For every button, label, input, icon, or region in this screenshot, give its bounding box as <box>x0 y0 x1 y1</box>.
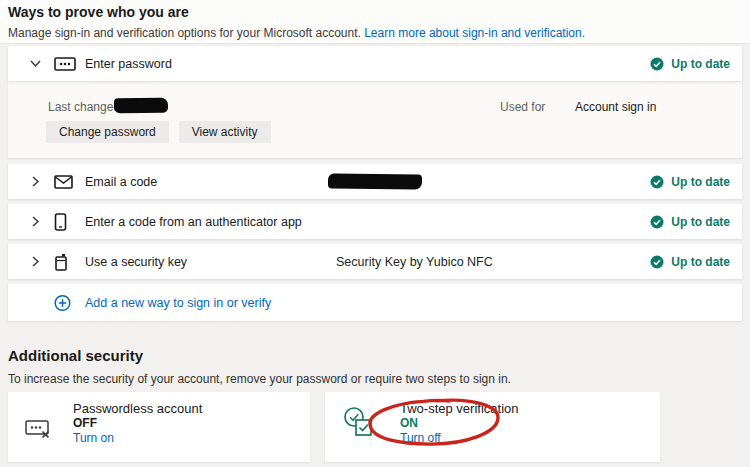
turn-on-link[interactable]: Turn on <box>73 431 114 445</box>
used-for-value: Account sign in <box>575 100 656 114</box>
redacted-last-changed-value <box>114 98 168 114</box>
card-two-step-verification: Two-step verification ON Turn off <box>325 392 660 462</box>
row-security-key[interactable]: Use a security key Security Key by Yubic… <box>8 244 742 279</box>
row-label-authenticator: Enter a code from an authenticator app <box>85 215 302 229</box>
redacted-email-value <box>328 174 422 190</box>
row-label-security-key: Use a security key <box>85 255 187 269</box>
change-password-button[interactable]: Change password <box>46 121 169 143</box>
plus-circle-icon <box>54 294 71 311</box>
password-actions: Change password View activity <box>46 121 271 143</box>
additional-security-title: Additional security <box>8 347 143 364</box>
status-text: Up to date <box>671 255 730 269</box>
status-text: Up to date <box>671 57 730 71</box>
page-header: Ways to prove who you are Manage sign-in… <box>0 0 750 44</box>
card-state: ON <box>400 416 418 430</box>
subtitle-text: Manage sign-in and verification options … <box>8 26 364 40</box>
status-badge: Up to date <box>650 215 730 229</box>
security-key-detail: Security Key by Yubico NFC <box>336 255 493 269</box>
page-title: Ways to prove who you are <box>8 4 189 20</box>
row-enter-password[interactable]: Enter password Up to date <box>8 46 742 81</box>
row-authenticator-app[interactable]: Enter a code from an authenticator app U… <box>8 204 742 239</box>
page-subtitle: Manage sign-in and verification options … <box>8 26 585 40</box>
security-settings-page: Ways to prove who you are Manage sign-in… <box>0 0 750 467</box>
security-key-icon <box>54 253 68 271</box>
password-icon <box>54 56 76 72</box>
used-for-label: Used for <box>500 100 545 114</box>
view-activity-button[interactable]: View activity <box>179 121 271 143</box>
card-title: Passwordless account <box>73 401 202 416</box>
row-add-new-way[interactable]: Add a new way to sign in or verify <box>8 284 742 321</box>
status-badge: Up to date <box>650 255 730 269</box>
turn-off-link[interactable]: Turn off <box>400 431 441 445</box>
password-expanded-panel: Last changed Used for Account sign in Ch… <box>8 81 742 158</box>
row-label-enter-password: Enter password <box>85 57 172 71</box>
row-email-a-code[interactable]: Email a code Up to date <box>8 164 742 199</box>
learn-more-link[interactable]: Learn more about sign-in and verificatio… <box>364 26 585 40</box>
phone-icon <box>54 213 67 231</box>
last-changed-label: Last changed <box>48 100 120 114</box>
status-text: Up to date <box>671 175 730 189</box>
status-text: Up to date <box>671 215 730 229</box>
card-title: Two-step verification <box>400 401 519 416</box>
envelope-icon <box>54 175 73 189</box>
check-circle-icon <box>650 57 664 71</box>
two-step-icon <box>343 406 375 440</box>
passwordless-icon <box>25 418 51 439</box>
check-circle-icon <box>650 175 664 189</box>
chevron-right-icon[interactable] <box>28 175 42 188</box>
chevron-down-icon[interactable] <box>28 57 42 70</box>
add-new-way-link[interactable]: Add a new way to sign in or verify <box>85 296 271 310</box>
chevron-right-icon[interactable] <box>28 255 42 268</box>
status-badge: Up to date <box>650 57 730 71</box>
check-circle-icon <box>650 255 664 269</box>
status-badge: Up to date <box>650 175 730 189</box>
chevron-right-icon[interactable] <box>28 215 42 228</box>
card-state: OFF <box>73 416 97 430</box>
additional-security-description: To increase the security of your account… <box>8 372 511 386</box>
row-label-email-a-code: Email a code <box>85 175 157 189</box>
card-passwordless-account: Passwordless account OFF Turn on <box>8 392 310 462</box>
check-circle-icon <box>650 215 664 229</box>
